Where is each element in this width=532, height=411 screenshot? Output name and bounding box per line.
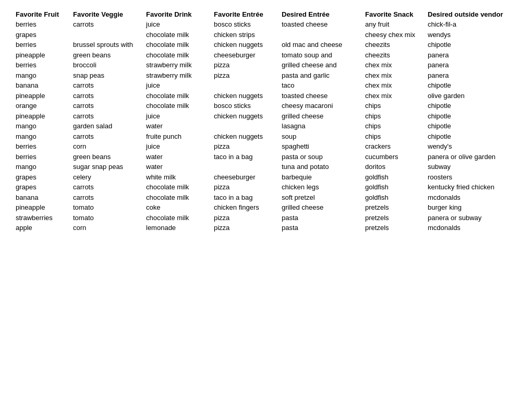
table-cell: cheeseburger bbox=[214, 50, 276, 61]
table-cell: chips bbox=[365, 121, 422, 131]
table-cell: banana bbox=[16, 192, 68, 203]
table-cell: carrots bbox=[73, 182, 141, 192]
table-cell: pineapple bbox=[16, 91, 68, 101]
table-cell: pizza bbox=[214, 141, 276, 152]
table-cell: juice bbox=[146, 80, 209, 91]
table-cell: pretzels bbox=[365, 213, 422, 223]
table-cell bbox=[214, 121, 276, 131]
table-cell: grapes bbox=[16, 182, 68, 192]
table-cell: water bbox=[146, 162, 209, 172]
table-cell: pizza bbox=[214, 182, 276, 192]
table-cell: chocolate milk bbox=[146, 91, 209, 101]
table-cell: mango bbox=[16, 131, 68, 142]
table-cell: carrots bbox=[73, 19, 141, 30]
table-cell: pineapple bbox=[16, 202, 68, 213]
table-cell: taco bbox=[282, 80, 360, 91]
table-cell: tomato bbox=[73, 213, 141, 223]
table-cell: crackers bbox=[365, 141, 422, 152]
data-table: Favorite Fruitberriesgrapesberriespineap… bbox=[16, 10, 516, 233]
table-cell: pizza bbox=[214, 70, 276, 81]
table-cell: juice bbox=[146, 19, 209, 30]
table-cell: berries bbox=[16, 141, 68, 152]
table-cell: roosters bbox=[428, 172, 506, 183]
table-cell: any fruit bbox=[365, 19, 422, 30]
table-cell: mango bbox=[16, 70, 68, 81]
table-cell: grapes bbox=[16, 30, 68, 40]
table-cell: sugar snap peas bbox=[73, 162, 141, 172]
table-cell: carrots bbox=[73, 192, 141, 203]
table-cell: chicken fingers bbox=[214, 202, 276, 213]
table-cell: chocolate milk bbox=[146, 50, 209, 61]
table-cell: apple bbox=[16, 223, 68, 233]
header-desired-entree: Desired Entrée bbox=[282, 10, 360, 18]
table-cell: chex mix bbox=[365, 60, 422, 70]
table-cell: carrots bbox=[73, 131, 141, 142]
table-cell: tomato bbox=[73, 202, 141, 213]
table-cell: lemonade bbox=[146, 223, 209, 233]
table-cell: juice bbox=[146, 111, 209, 122]
table-cell: wendy's bbox=[428, 141, 506, 152]
table-cell: panera bbox=[428, 50, 506, 61]
table-cell: cheezits bbox=[365, 40, 422, 50]
table-cell: grilled cheese bbox=[282, 202, 360, 213]
table-cell: lasagna bbox=[282, 121, 360, 131]
table-cell: cheesy macaroni bbox=[282, 101, 360, 111]
table-cell: pizza bbox=[214, 213, 276, 223]
table-cell: carrots bbox=[73, 91, 141, 101]
table-cell: banana bbox=[16, 80, 68, 91]
table-cell: chocolate milk bbox=[146, 30, 209, 40]
header-desired-vendor: Desired outside vendor bbox=[428, 10, 506, 18]
column-desired-entree: Desired Entréetoasted cheese old mac and… bbox=[282, 10, 365, 233]
table-cell: pasta bbox=[282, 223, 360, 233]
table-cell: celery bbox=[73, 172, 141, 183]
table-cell: snap peas bbox=[73, 70, 141, 81]
table-cell: tomato soup and bbox=[282, 50, 360, 61]
table-cell: corn bbox=[73, 141, 141, 152]
table-cell: wendys bbox=[428, 30, 506, 40]
table-cell: garden salad bbox=[73, 121, 141, 131]
table-cell: strawberries bbox=[16, 213, 68, 223]
table-cell: goldfish bbox=[365, 192, 422, 203]
table-cell: goldfish bbox=[365, 172, 422, 183]
table-cell: corn bbox=[73, 223, 141, 233]
table-cell: grilled cheese bbox=[282, 111, 360, 122]
table-cell: pretzels bbox=[365, 202, 422, 213]
table-cell: chicken nuggets bbox=[214, 91, 276, 101]
table-cell: pizza bbox=[214, 223, 276, 233]
table-cell: pasta and garlic bbox=[282, 70, 360, 81]
column-favorite-fruit: Favorite Fruitberriesgrapesberriespineap… bbox=[16, 10, 73, 233]
table-cell: chipotle bbox=[428, 121, 506, 131]
table-cell: mango bbox=[16, 162, 68, 172]
table-cell: cheezits bbox=[365, 50, 422, 61]
table-cell: chipotle bbox=[428, 111, 506, 122]
table-cell: panera or olive garden bbox=[428, 152, 506, 162]
table-cell: chicken strips bbox=[214, 30, 276, 40]
table-cell: chocolate milk bbox=[146, 182, 209, 192]
table-cell: water bbox=[146, 121, 209, 131]
table-cell: white milk bbox=[146, 172, 209, 183]
header-favorite-snack: Favorite Snack bbox=[365, 10, 422, 18]
table-cell: chicken legs bbox=[282, 182, 360, 192]
table-cell bbox=[214, 80, 276, 91]
table-cell: chex mix bbox=[365, 80, 422, 91]
table-cell: chips bbox=[365, 101, 422, 111]
table-cell: chocolate milk bbox=[146, 213, 209, 223]
table-cell: chips bbox=[365, 111, 422, 122]
table-cell: toasted cheese bbox=[282, 19, 360, 30]
table-cell: berries bbox=[16, 152, 68, 162]
table-cell: strawberry milk bbox=[146, 60, 209, 70]
table-cell: pretzels bbox=[365, 223, 422, 233]
table-cell: brussel sprouts with bbox=[73, 40, 141, 50]
table-cell: pineapple bbox=[16, 111, 68, 122]
table-cell: cheesy chex mix bbox=[365, 30, 422, 40]
table-cell bbox=[282, 30, 360, 40]
column-favorite-entree: Favorite Entréebosco stickschicken strip… bbox=[214, 10, 282, 233]
table-cell: green beans bbox=[73, 152, 141, 162]
table-cell: water bbox=[146, 152, 209, 162]
table-cell: coke bbox=[146, 202, 209, 213]
header-favorite-veggie: Favorite Veggie bbox=[73, 10, 141, 18]
table-cell: carrots bbox=[73, 111, 141, 122]
table-cell: barbequie bbox=[282, 172, 360, 183]
table-cell: chocolate milk bbox=[146, 101, 209, 111]
table-cell: panera bbox=[428, 70, 506, 81]
